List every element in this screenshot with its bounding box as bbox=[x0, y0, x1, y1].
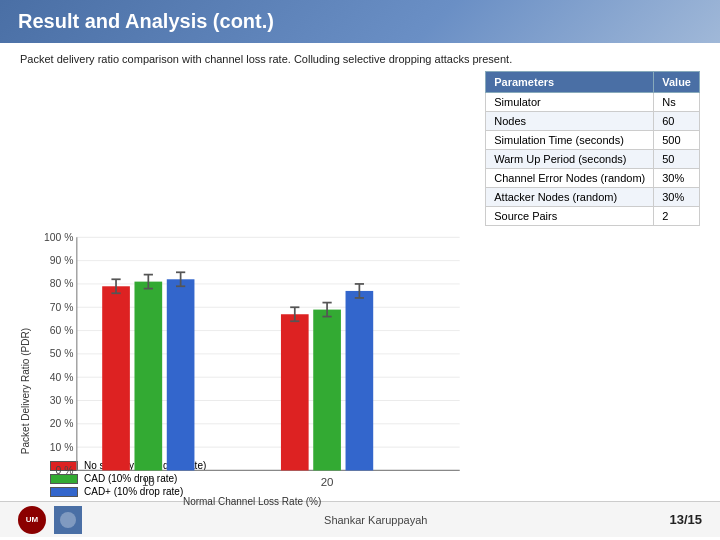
chart-wrapper: Packet Delivery Ratio (PDR) bbox=[20, 71, 471, 454]
param-name: Channel Error Nodes (random) bbox=[486, 169, 654, 188]
content-row: Packet Delivery Ratio (PDR) bbox=[20, 71, 700, 497]
svg-text:60 %: 60 % bbox=[50, 325, 74, 336]
subtitle: Packet delivery ratio comparison with ch… bbox=[20, 53, 700, 65]
table-row: Source Pairs2 bbox=[486, 207, 700, 226]
bar-g2-red bbox=[281, 314, 309, 470]
svg-text:20: 20 bbox=[321, 476, 334, 488]
param-name: Source Pairs bbox=[486, 207, 654, 226]
param-value: 500 bbox=[654, 131, 700, 150]
logo-um: UM bbox=[18, 506, 46, 534]
svg-point-44 bbox=[60, 512, 76, 528]
svg-text:70 %: 70 % bbox=[50, 302, 74, 313]
chart-svg: 100 % 90 % 80 % 70 % 60 % 50 % 40 % 30 %… bbox=[33, 214, 471, 494]
main-content: Packet delivery ratio comparison with ch… bbox=[0, 43, 720, 501]
param-name: Simulation Time (seconds) bbox=[486, 131, 654, 150]
svg-text:10 %: 10 % bbox=[50, 442, 74, 453]
col-header-parameters: Parameters bbox=[486, 72, 654, 93]
param-value: 30% bbox=[654, 188, 700, 207]
bar-g2-blue bbox=[346, 291, 374, 471]
params-table-container: Parameters Value SimulatorNsNodes60Simul… bbox=[485, 71, 700, 497]
table-row: Nodes60 bbox=[486, 112, 700, 131]
svg-text:10: 10 bbox=[142, 476, 155, 488]
page-header: Result and Analysis (cont.) bbox=[0, 0, 720, 43]
param-value: 60 bbox=[654, 112, 700, 131]
table-row: Attacker Nodes (random)30% bbox=[486, 188, 700, 207]
param-value: 2 bbox=[654, 207, 700, 226]
svg-text:0 %: 0 % bbox=[55, 465, 73, 476]
table-row: Warm Up Period (seconds)50 bbox=[486, 150, 700, 169]
page-title: Result and Analysis (cont.) bbox=[18, 10, 274, 32]
bar-g1-red bbox=[102, 286, 130, 470]
table-row: Channel Error Nodes (random)30% bbox=[486, 169, 700, 188]
svg-text:40 %: 40 % bbox=[50, 372, 74, 383]
table-row: SimulatorNs bbox=[486, 93, 700, 112]
param-value: Ns bbox=[654, 93, 700, 112]
bar-g1-blue bbox=[167, 279, 195, 470]
svg-text:30 %: 30 % bbox=[50, 395, 74, 406]
params-table: Parameters Value SimulatorNsNodes60Simul… bbox=[485, 71, 700, 226]
x-axis-label: Normal Channel Loss Rate (%) bbox=[33, 496, 471, 507]
chart-inner: 100 % 90 % 80 % 70 % 60 % 50 % 40 % 30 %… bbox=[33, 214, 471, 454]
footer-logos: UM bbox=[18, 506, 82, 534]
bar-g2-green bbox=[313, 310, 341, 471]
bar-chart-svg: 100 % 90 % 80 % 70 % 60 % 50 % 40 % 30 %… bbox=[33, 214, 471, 494]
footer-presenter: Shankar Karuppayah bbox=[324, 514, 427, 526]
param-value: 30% bbox=[654, 169, 700, 188]
logo-secondary bbox=[54, 506, 82, 534]
footer-page: 13/15 bbox=[669, 512, 702, 527]
param-name: Simulator bbox=[486, 93, 654, 112]
param-name: Nodes bbox=[486, 112, 654, 131]
param-value: 50 bbox=[654, 150, 700, 169]
svg-text:50 %: 50 % bbox=[50, 348, 74, 359]
svg-text:90 %: 90 % bbox=[50, 255, 74, 266]
svg-text:80 %: 80 % bbox=[50, 278, 74, 289]
svg-text:100 %: 100 % bbox=[44, 232, 73, 243]
param-name: Warm Up Period (seconds) bbox=[486, 150, 654, 169]
col-header-value: Value bbox=[654, 72, 700, 93]
table-row: Simulation Time (seconds)500 bbox=[486, 131, 700, 150]
bar-g1-green bbox=[134, 282, 162, 471]
y-axis-label: Packet Delivery Ratio (PDR) bbox=[20, 328, 31, 454]
svg-text:20 %: 20 % bbox=[50, 418, 74, 429]
param-name: Attacker Nodes (random) bbox=[486, 188, 654, 207]
chart-area: Packet Delivery Ratio (PDR) bbox=[20, 71, 471, 497]
